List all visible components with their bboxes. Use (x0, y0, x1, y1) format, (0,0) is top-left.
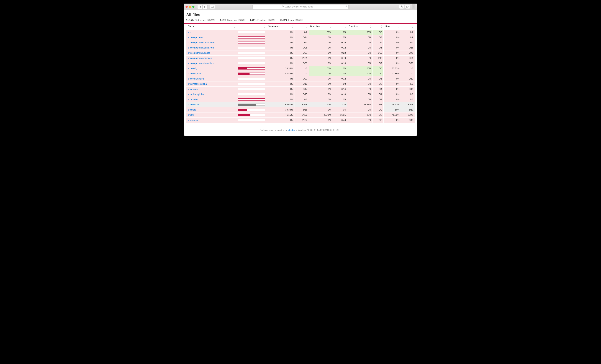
col-statements-frac[interactable]: ▲▼ (294, 24, 309, 30)
file-link[interactable]: src/config (188, 67, 197, 70)
cell-functions-frac: 0/4 (373, 87, 384, 92)
cell-branches-frac: 0/12 (333, 76, 347, 81)
close-window-icon[interactable] (186, 6, 188, 8)
forward-button[interactable]: ▶ (202, 5, 208, 9)
footer-link[interactable]: istanbul (288, 129, 295, 131)
table-row: src/config/tooling0%0/230%0/120%0/10%0/1… (186, 76, 415, 81)
cell-statements-frac: 1/3 (294, 66, 309, 71)
table-row: src/components/transitions0%0/300%0/160%… (186, 61, 415, 66)
summary-label: Statements (195, 19, 206, 21)
summary-pct: 9.18% (220, 19, 226, 21)
cell-statements-frac: 0/21 (294, 40, 309, 45)
sort-icon: ▲▼ (291, 25, 293, 28)
cell-functions-pct: 100% (347, 66, 372, 71)
cell-lines-pct: 0% (384, 40, 401, 45)
cell-functions-frac: 0/2 (373, 107, 384, 112)
file-link[interactable]: src/components/pages (188, 52, 210, 54)
file-link[interactable]: src/directives/global (188, 83, 207, 85)
col-functions[interactable]: Functions▲▼ (347, 24, 372, 30)
cell-file: src/config (186, 66, 236, 71)
file-link[interactable]: src/config/tooling (188, 78, 204, 80)
sort-icon: ▲▼ (412, 25, 413, 28)
file-link[interactable]: src/services (188, 103, 200, 106)
summary-item: 11.15%Statements65/583 (186, 19, 215, 21)
col-lines[interactable]: Lines▲▼ (384, 24, 401, 30)
file-link[interactable]: src/config/dev (188, 72, 201, 75)
cell-branches-pct: 0% (309, 76, 333, 81)
col-file[interactable]: File ▲ ▲▼ (186, 24, 236, 30)
summary-frac: 65/583 (207, 19, 215, 21)
col-bar[interactable]: ▲▼ (236, 24, 267, 30)
cell-functions-frac: 0/4 (373, 40, 384, 45)
footer: Code coverage generated by istanbul at W… (184, 126, 417, 136)
reload-icon[interactable] (345, 5, 347, 8)
col-branches[interactable]: Branches▲▼ (309, 24, 333, 30)
cell-statements-frac: 0/14 (294, 35, 309, 40)
coverage-table: File ▲ ▲▼ ▲▼ Statements▲▼ ▲▼ Branches▲▼ … (186, 24, 415, 123)
file-link[interactable]: src/util (188, 114, 194, 116)
file-link[interactable]: src/components/transitions (188, 62, 214, 64)
summary-frac: 63/405 (295, 19, 302, 21)
cell-lines-frac: 0/9 (401, 35, 415, 40)
zoom-window-icon[interactable] (192, 6, 194, 8)
url-bar[interactable]: Search or enter website name (252, 5, 349, 9)
coverage-page: All files 11.15%Statements65/5839.18%Bra… (184, 10, 417, 136)
col-lines-frac[interactable]: ▲▼ (401, 24, 415, 30)
cell-file: src/components/containers (186, 45, 236, 51)
show-sidebar-button[interactable] (210, 5, 215, 9)
cell-branches-pct: 0% (309, 56, 333, 61)
coverage-bar (238, 119, 265, 121)
file-link[interactable]: src/components/animations (188, 41, 215, 44)
new-tab-button[interactable]: + (412, 4, 415, 9)
file-link[interactable]: src/store (188, 109, 196, 111)
col-functions-frac[interactable]: ▲▼ (373, 24, 384, 30)
cell-lines-pct: 0% (384, 30, 401, 35)
minimize-window-icon[interactable] (189, 6, 191, 8)
coverage-bar (238, 67, 265, 70)
coverage-bar (238, 47, 265, 49)
file-link[interactable]: src/mixins (188, 88, 198, 90)
cell-statements-pct: 33.33% (267, 66, 294, 71)
cell-lines-frac: 0/20 (401, 61, 415, 66)
col-statements[interactable]: Statements▲▼ (267, 24, 294, 30)
back-button[interactable]: ◀ (198, 5, 202, 9)
file-link[interactable]: src/mixins/global (188, 93, 204, 96)
nav-buttons: ◀ ▶ (197, 5, 208, 9)
sort-icon: ▲▼ (398, 25, 400, 28)
coverage-bar-fill (238, 104, 256, 106)
cell-lines-pct: 0% (384, 97, 401, 102)
cell-bar (236, 107, 267, 112)
col-branches-frac[interactable]: ▲▼ (333, 24, 347, 30)
cell-functions-frac: 0/0 (373, 71, 384, 76)
summary-frac: 28/305 (238, 19, 245, 21)
table-row: src/mixins/global0%0/150%0/100%0/40%0/8 (186, 92, 415, 97)
tabs-button[interactable] (405, 5, 410, 9)
file-link[interactable]: src/vendor (188, 119, 198, 121)
table-row: src/services66.67%32/4860%12/2033.33%1/3… (186, 102, 415, 107)
cell-statements-frac: 0/10 (294, 81, 309, 87)
cell-branches-frac: 0/0 (333, 30, 347, 35)
cell-file: src/components (186, 35, 236, 40)
file-link[interactable]: src/components/snippets (188, 57, 212, 59)
coverage-bar (238, 114, 265, 116)
file-link[interactable]: src/models (188, 98, 198, 101)
cell-branches-pct: 0% (309, 81, 333, 87)
cell-branches-frac: 0/12 (333, 45, 347, 51)
cell-functions-frac: 0/36 (373, 56, 384, 61)
cell-branches-frac: 0/0 (333, 66, 347, 71)
cell-statements-frac: 32/48 (294, 102, 309, 107)
cell-branches-pct: 100% (309, 71, 333, 76)
coverage-bar-fill (238, 73, 250, 74)
cell-file: src/components/transitions (186, 61, 236, 66)
file-link[interactable]: src/components (188, 36, 203, 39)
cell-branches-frac: 0/46 (333, 118, 347, 123)
cell-branches-pct: 0% (309, 107, 333, 112)
cell-lines-pct: 0% (384, 76, 401, 81)
cell-statements-frac: 0/107 (294, 118, 309, 123)
share-button[interactable] (399, 5, 404, 9)
file-link[interactable]: src (188, 31, 191, 33)
cell-bar (236, 76, 267, 81)
file-link[interactable]: src/components/containers (188, 47, 214, 49)
cell-statements-frac: 0/57 (294, 51, 309, 56)
cell-branches-pct: 45.71% (309, 112, 333, 118)
